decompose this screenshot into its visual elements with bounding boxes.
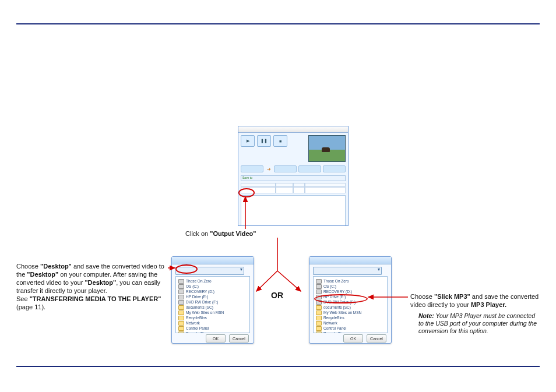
folder-icon <box>316 331 322 334</box>
folder-icon <box>178 331 184 334</box>
text-bold: "Slick MP3" <box>434 293 470 300</box>
tree-item-label: Network <box>186 320 200 326</box>
tree-item[interactable]: RECOVERY (D:) <box>178 289 247 294</box>
tree-item[interactable]: Those On Zero <box>178 278 247 284</box>
tree-item[interactable]: Network <box>178 320 247 326</box>
tree-item-label: Those On Zero <box>186 278 212 284</box>
text: Choose <box>410 293 434 300</box>
text: See <box>16 295 30 302</box>
tree-item[interactable]: DVD RW Drive (F:) <box>178 299 247 305</box>
text: Choose <box>16 263 40 270</box>
tree-item-label: Those On Zero <box>323 278 349 284</box>
drive-icon <box>178 300 184 305</box>
stop-button[interactable]: ■ <box>273 135 287 147</box>
tree-item[interactable]: Control Panel <box>178 326 247 331</box>
tree-item[interactable]: documents (SC) <box>316 305 385 310</box>
drive-icon <box>178 284 184 289</box>
browse-titlebar <box>309 257 391 264</box>
tree-item[interactable]: Those On Zero <box>316 278 385 284</box>
tree-item[interactable]: Recycle Bin <box>178 331 247 333</box>
browse-tree[interactable]: Those On ZeroOS (C:)RECOVERY (D:)HP Driv… <box>313 276 388 333</box>
pause-button[interactable]: ❚❚ <box>257 135 271 147</box>
tree-item[interactable]: Network <box>316 320 385 326</box>
tree-item[interactable]: My Web Sites on MSN <box>316 310 385 315</box>
drive-icon <box>178 295 184 299</box>
drive-icon <box>316 279 322 284</box>
folder-icon <box>178 326 184 331</box>
tree-item-label: RecycleBins <box>186 315 207 320</box>
drive-icon <box>178 289 184 294</box>
convert-arrow-icon: ➔ <box>265 166 272 172</box>
tree-item-label: My Web Sites on MSN <box>186 310 224 315</box>
tree-item[interactable]: HP Drive (E:) <box>178 294 247 299</box>
drive-icon <box>316 289 322 294</box>
tree-item-label: documents (SC) <box>186 305 213 310</box>
tree-item[interactable]: RECOVERY (D:) <box>316 289 385 294</box>
tree-item[interactable]: OS (C:) <box>316 284 385 289</box>
tree-item[interactable]: RecycleBins <box>316 315 385 320</box>
callout-circle-desktop <box>175 264 198 274</box>
tree-item[interactable]: documents (SC) <box>178 305 247 310</box>
tree-item-label: RECOVERY (D:) <box>186 289 214 294</box>
folder-icon <box>316 310 322 315</box>
tree-item-label: HP Drive (E:) <box>186 294 208 299</box>
callout-circle-slick-mp3 <box>314 294 368 303</box>
note-body: Your MP3 Player must be connected to the… <box>418 312 537 334</box>
output-path-row[interactable]: Save to <box>241 175 346 181</box>
folder-icon <box>316 316 322 320</box>
browse-location-dropdown[interactable] <box>313 267 382 275</box>
caption-output-video: Click on "Output Video" <box>185 230 256 237</box>
option-pill[interactable] <box>298 165 321 172</box>
instruction-right: Choose "Slick MP3" and save the converte… <box>410 292 541 335</box>
tree-item[interactable]: My Web Sites on MSN <box>178 310 247 315</box>
file-table-row[interactable] <box>241 187 346 193</box>
video-preview <box>308 135 346 162</box>
text-bold: "Desktop" <box>27 271 58 278</box>
bottom-rule <box>16 366 540 367</box>
browse-titlebar <box>172 257 254 264</box>
play-button[interactable]: ▶ <box>241 135 255 147</box>
text-bold: MP3 Player. <box>471 301 506 308</box>
file-list-area <box>241 195 346 226</box>
tree-item-label: OS (C:) <box>186 284 199 289</box>
callout-circle-output-video <box>238 188 255 197</box>
text: (page 11). <box>16 303 45 310</box>
tree-item-label: RecycleBins <box>323 315 344 320</box>
svg-line-3 <box>277 271 301 291</box>
tree-item-label: documents (SC) <box>323 305 351 310</box>
tree-item-label: Control Panel <box>323 326 346 331</box>
tree-item-label: Recycle Bin <box>186 331 206 333</box>
cancel-button[interactable]: Cancel <box>229 334 249 342</box>
tree-item-label: My Web Sites on MSN <box>323 310 361 315</box>
converter-window: ▶ ❚❚ ■ ➔ Save to <box>238 126 349 226</box>
ok-button[interactable]: OK <box>206 334 226 342</box>
converter-titlebar <box>238 126 348 133</box>
tree-item-label: RECOVERY (D:) <box>323 289 352 294</box>
tree-item[interactable]: Control Panel <box>316 326 385 331</box>
text-bold: "TRANSFERRING MEDIA TO THE PLAYER" <box>30 295 161 302</box>
svg-line-2 <box>256 271 277 291</box>
option-pill[interactable] <box>323 165 346 172</box>
folder-icon <box>316 321 322 326</box>
output-path-label: Save to <box>242 176 252 179</box>
browse-tree[interactable]: Those On ZeroOS (C:)RECOVERY (D:)HP Driv… <box>175 276 250 333</box>
option-pill[interactable] <box>274 165 297 172</box>
cancel-button[interactable]: Cancel <box>367 334 386 342</box>
note-text: Note: Your MP3 Player must be connected … <box>410 312 541 335</box>
tree-item[interactable]: RecycleBins <box>178 315 247 320</box>
text-bold: "Desktop" <box>40 263 72 270</box>
folder-icon <box>178 321 184 326</box>
drive-icon <box>178 279 184 284</box>
caption-bold: "Output Video" <box>210 230 256 237</box>
tree-item[interactable]: Recycle Bin <box>316 331 385 333</box>
folder-icon <box>316 305 322 310</box>
tree-item-label: OS (C:) <box>323 284 336 289</box>
instruction-left: Choose "Desktop" and save the converted … <box>16 262 167 311</box>
option-pill[interactable] <box>241 165 263 172</box>
folder-icon <box>178 305 184 310</box>
tree-item[interactable]: OS (C:) <box>178 284 247 289</box>
ok-button[interactable]: OK <box>343 334 363 342</box>
tree-item-label: Network <box>323 320 337 326</box>
folder-icon <box>316 326 322 331</box>
folder-icon <box>178 310 184 315</box>
